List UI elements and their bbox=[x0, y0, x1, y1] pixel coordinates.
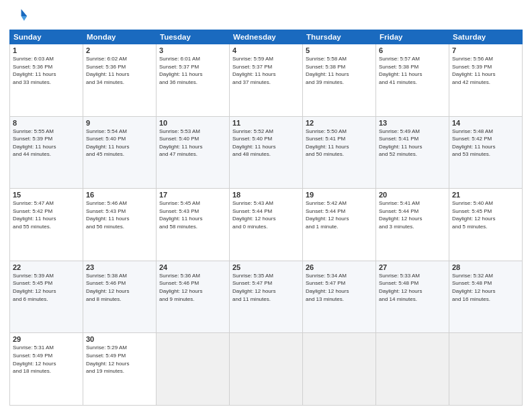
day-info: Sunrise: 5:43 AM Sunset: 5:44 PM Dayligh… bbox=[232, 199, 300, 230]
calendar-header: SundayMondayTuesdayWednesdayThursdayFrid… bbox=[10, 30, 523, 44]
day-info: Sunrise: 5:45 AM Sunset: 5:43 PM Dayligh… bbox=[159, 199, 226, 230]
calendar-cell: 29Sunrise: 5:31 AM Sunset: 5:49 PM Dayli… bbox=[10, 333, 83, 406]
header bbox=[9, 7, 523, 26]
calendar-week-5: 29Sunrise: 5:31 AM Sunset: 5:49 PM Dayli… bbox=[10, 333, 523, 406]
day-info: Sunrise: 5:46 AM Sunset: 5:43 PM Dayligh… bbox=[86, 199, 153, 230]
day-info: Sunrise: 5:33 AM Sunset: 5:48 PM Dayligh… bbox=[379, 272, 446, 303]
day-header-sunday: Sunday bbox=[10, 30, 83, 44]
calendar-cell: 13Sunrise: 5:49 AM Sunset: 5:41 PM Dayli… bbox=[376, 116, 449, 189]
day-number: 25 bbox=[232, 263, 300, 271]
calendar-cell: 8Sunrise: 5:55 AM Sunset: 5:39 PM Daylig… bbox=[10, 116, 83, 189]
day-number: 29 bbox=[13, 335, 80, 343]
calendar-cell: 19Sunrise: 5:42 AM Sunset: 5:44 PM Dayli… bbox=[303, 189, 376, 261]
day-header-thursday: Thursday bbox=[303, 30, 376, 44]
day-info: Sunrise: 5:55 AM Sunset: 5:39 PM Dayligh… bbox=[13, 128, 80, 158]
calendar-cell bbox=[376, 333, 449, 406]
calendar: SundayMondayTuesdayWednesdayThursdayFrid… bbox=[9, 30, 523, 406]
day-number: 4 bbox=[232, 46, 300, 54]
calendar-week-2: 8Sunrise: 5:55 AM Sunset: 5:39 PM Daylig… bbox=[10, 116, 523, 189]
day-number: 19 bbox=[306, 191, 373, 199]
calendar-cell bbox=[230, 333, 303, 406]
day-number: 16 bbox=[86, 191, 153, 199]
day-number: 22 bbox=[13, 263, 80, 271]
calendar-cell: 14Sunrise: 5:48 AM Sunset: 5:42 PM Dayli… bbox=[449, 116, 523, 189]
calendar-cell: 4Sunrise: 5:59 AM Sunset: 5:37 PM Daylig… bbox=[230, 44, 303, 117]
day-number: 27 bbox=[379, 263, 446, 271]
day-number: 9 bbox=[86, 119, 153, 127]
day-info: Sunrise: 5:57 AM Sunset: 5:38 PM Dayligh… bbox=[379, 55, 446, 86]
calendar-week-3: 15Sunrise: 5:47 AM Sunset: 5:42 PM Dayli… bbox=[10, 189, 523, 261]
day-number: 1 bbox=[13, 46, 80, 54]
day-info: Sunrise: 5:31 AM Sunset: 5:49 PM Dayligh… bbox=[13, 344, 80, 375]
calendar-week-1: 1Sunrise: 6:03 AM Sunset: 5:36 PM Daylig… bbox=[10, 44, 523, 117]
day-info: Sunrise: 5:54 AM Sunset: 5:40 PM Dayligh… bbox=[86, 128, 153, 158]
calendar-cell: 3Sunrise: 6:01 AM Sunset: 5:37 PM Daylig… bbox=[157, 44, 230, 117]
calendar-cell: 11Sunrise: 5:52 AM Sunset: 5:40 PM Dayli… bbox=[230, 116, 303, 189]
day-number: 2 bbox=[86, 46, 153, 54]
day-number: 10 bbox=[159, 119, 226, 127]
day-info: Sunrise: 5:53 AM Sunset: 5:40 PM Dayligh… bbox=[159, 128, 226, 158]
day-info: Sunrise: 5:35 AM Sunset: 5:47 PM Dayligh… bbox=[232, 272, 300, 303]
day-info: Sunrise: 5:39 AM Sunset: 5:45 PM Dayligh… bbox=[13, 272, 80, 303]
day-number: 17 bbox=[159, 191, 226, 199]
calendar-cell: 20Sunrise: 5:41 AM Sunset: 5:44 PM Dayli… bbox=[376, 189, 449, 261]
calendar-week-4: 22Sunrise: 5:39 AM Sunset: 5:45 PM Dayli… bbox=[10, 261, 523, 333]
day-info: Sunrise: 5:50 AM Sunset: 5:41 PM Dayligh… bbox=[306, 128, 373, 158]
calendar-cell: 5Sunrise: 5:58 AM Sunset: 5:38 PM Daylig… bbox=[303, 44, 376, 117]
day-header-wednesday: Wednesday bbox=[230, 30, 303, 44]
day-info: Sunrise: 5:47 AM Sunset: 5:42 PM Dayligh… bbox=[13, 199, 80, 230]
calendar-cell bbox=[449, 333, 523, 406]
svg-marker-0 bbox=[21, 9, 28, 17]
day-number: 6 bbox=[379, 46, 446, 54]
day-info: Sunrise: 5:42 AM Sunset: 5:44 PM Dayligh… bbox=[306, 199, 373, 230]
calendar-cell: 25Sunrise: 5:35 AM Sunset: 5:47 PM Dayli… bbox=[230, 261, 303, 333]
calendar-body: 1Sunrise: 6:03 AM Sunset: 5:36 PM Daylig… bbox=[10, 44, 523, 406]
day-number: 24 bbox=[159, 263, 226, 271]
day-number: 15 bbox=[13, 191, 80, 199]
calendar-cell: 9Sunrise: 5:54 AM Sunset: 5:40 PM Daylig… bbox=[83, 116, 157, 189]
day-info: Sunrise: 5:49 AM Sunset: 5:41 PM Dayligh… bbox=[379, 128, 446, 158]
day-info: Sunrise: 5:58 AM Sunset: 5:38 PM Dayligh… bbox=[306, 55, 373, 86]
day-info: Sunrise: 5:41 AM Sunset: 5:44 PM Dayligh… bbox=[379, 199, 446, 230]
day-header-saturday: Saturday bbox=[449, 30, 523, 44]
calendar-cell: 15Sunrise: 5:47 AM Sunset: 5:42 PM Dayli… bbox=[10, 189, 83, 261]
day-info: Sunrise: 5:38 AM Sunset: 5:46 PM Dayligh… bbox=[86, 272, 153, 303]
day-number: 11 bbox=[232, 119, 300, 127]
day-info: Sunrise: 5:34 AM Sunset: 5:47 PM Dayligh… bbox=[306, 272, 373, 303]
day-info: Sunrise: 5:56 AM Sunset: 5:39 PM Dayligh… bbox=[452, 55, 519, 86]
day-number: 5 bbox=[306, 46, 373, 54]
logo-icon bbox=[9, 7, 28, 26]
calendar-cell: 17Sunrise: 5:45 AM Sunset: 5:43 PM Dayli… bbox=[157, 189, 230, 261]
day-info: Sunrise: 5:32 AM Sunset: 5:48 PM Dayligh… bbox=[452, 272, 519, 303]
calendar-cell: 28Sunrise: 5:32 AM Sunset: 5:48 PM Dayli… bbox=[449, 261, 523, 333]
calendar-cell: 26Sunrise: 5:34 AM Sunset: 5:47 PM Dayli… bbox=[303, 261, 376, 333]
day-number: 21 bbox=[452, 191, 519, 199]
day-info: Sunrise: 6:02 AM Sunset: 5:36 PM Dayligh… bbox=[86, 55, 153, 86]
day-number: 8 bbox=[13, 119, 80, 127]
day-info: Sunrise: 5:59 AM Sunset: 5:37 PM Dayligh… bbox=[232, 55, 300, 86]
calendar-cell: 12Sunrise: 5:50 AM Sunset: 5:41 PM Dayli… bbox=[303, 116, 376, 189]
day-number: 3 bbox=[159, 46, 226, 54]
day-info: Sunrise: 6:03 AM Sunset: 5:36 PM Dayligh… bbox=[13, 55, 80, 86]
day-number: 20 bbox=[379, 191, 446, 199]
calendar-cell: 6Sunrise: 5:57 AM Sunset: 5:38 PM Daylig… bbox=[376, 44, 449, 117]
day-info: Sunrise: 5:29 AM Sunset: 5:49 PM Dayligh… bbox=[86, 344, 153, 375]
day-info: Sunrise: 5:48 AM Sunset: 5:42 PM Dayligh… bbox=[452, 128, 519, 158]
calendar-cell: 18Sunrise: 5:43 AM Sunset: 5:44 PM Dayli… bbox=[230, 189, 303, 261]
day-number: 13 bbox=[379, 119, 446, 127]
svg-marker-1 bbox=[21, 16, 28, 21]
calendar-cell: 30Sunrise: 5:29 AM Sunset: 5:49 PM Dayli… bbox=[83, 333, 157, 406]
day-info: Sunrise: 5:36 AM Sunset: 5:46 PM Dayligh… bbox=[159, 272, 226, 303]
day-number: 18 bbox=[232, 191, 300, 199]
day-number: 12 bbox=[306, 119, 373, 127]
day-info: Sunrise: 6:01 AM Sunset: 5:37 PM Dayligh… bbox=[159, 55, 226, 86]
day-header-monday: Monday bbox=[83, 30, 157, 44]
day-number: 23 bbox=[86, 263, 153, 271]
day-header-friday: Friday bbox=[376, 30, 449, 44]
day-info: Sunrise: 5:52 AM Sunset: 5:40 PM Dayligh… bbox=[232, 128, 300, 158]
header-row: SundayMondayTuesdayWednesdayThursdayFrid… bbox=[10, 30, 523, 44]
calendar-cell: 24Sunrise: 5:36 AM Sunset: 5:46 PM Dayli… bbox=[157, 261, 230, 333]
calendar-cell: 16Sunrise: 5:46 AM Sunset: 5:43 PM Dayli… bbox=[83, 189, 157, 261]
day-header-tuesday: Tuesday bbox=[157, 30, 230, 44]
calendar-cell: 21Sunrise: 5:40 AM Sunset: 5:45 PM Dayli… bbox=[449, 189, 523, 261]
